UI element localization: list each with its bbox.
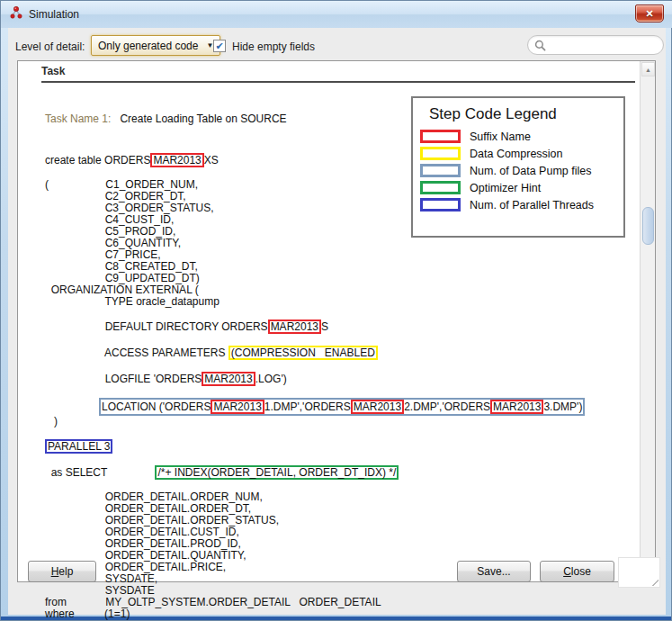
scrollbar-thumb[interactable] (642, 207, 654, 245)
code-line: LOGFILE 'ORDERSMAR2013.LOG') (45, 372, 585, 386)
code-line (45, 454, 585, 465)
search-box[interactable] (527, 35, 664, 55)
scroll-up-button[interactable]: ▲ (641, 62, 655, 76)
legend-item-label: Optimizer Hint (470, 182, 541, 194)
save-button[interactable]: Save... (457, 561, 531, 582)
yellow-swatch (420, 147, 461, 160)
hide-empty-fields-checkbox[interactable]: ✔ (213, 40, 226, 52)
legend-item-label: Num. of Parallel Threads (470, 199, 594, 212)
task-name-value: Create Loading Table on SOURCE (120, 112, 286, 125)
green-swatch (420, 181, 461, 194)
code-line (45, 428, 585, 439)
dropdown-selected-value: Only generated code (98, 40, 198, 52)
legend-item: Data Compression (420, 147, 616, 160)
steel-swatch (420, 164, 461, 177)
green-highlight-box: /*+ INDEX(ORDER_DETAIL, ORDER_DT_IDX) */ (155, 465, 399, 480)
app-icon (9, 5, 23, 23)
code-line: ) (45, 416, 585, 428)
code-line (45, 360, 585, 372)
legend-item-label: Data Compression (470, 148, 563, 160)
red-highlight-box: MAR2013 (351, 400, 404, 414)
search-input[interactable] (551, 39, 657, 51)
legend-item: Suffix Name (420, 130, 616, 143)
legend-item: Num. of Data Pump files (420, 164, 616, 177)
code-line: ACCESS PARAMETERS (COMPRESSION ENABLED (45, 346, 585, 360)
task-panel: Task Task Name 1: Create Loading Table o… (17, 60, 656, 582)
help-button[interactable]: Help (28, 561, 96, 582)
red-highlight-box: MAR2013 (150, 153, 203, 167)
code-line (45, 386, 585, 398)
level-of-detail-dropdown[interactable]: Only generated code ▼ (91, 35, 220, 56)
title-bar[interactable]: Simulation (1, 1, 672, 28)
red-swatch (420, 130, 461, 143)
task-section-header: Task (41, 65, 635, 83)
legend-rows: Suffix NameData CompressionNum. of Data … (420, 130, 616, 212)
code-line (45, 334, 585, 346)
red-highlight-box: MAR2013 (268, 320, 321, 334)
code-line: as SELECT /*+ INDEX(ORDER_DETAIL, ORDER_… (45, 465, 585, 480)
simulation-dialog: Simulation ✕ Level of detail: Only gener… (0, 0, 672, 621)
vertical-scrollbar[interactable]: ▲ ▼ (640, 61, 655, 581)
legend-item-label: Suffix Name (470, 130, 531, 143)
task-name-label: Task Name 1: (45, 112, 111, 125)
code-line: DEFAULT DIRECTORY ORDERSMAR2013S (45, 320, 585, 334)
legend-title: Step Code Legend (429, 105, 616, 123)
checkmark-icon: ✔ (215, 40, 223, 52)
blue-swatch (420, 198, 461, 212)
resize-grip[interactable] (648, 575, 659, 586)
triangle-up-icon: ▲ (645, 67, 651, 73)
legend-item: Num. of Parallel Threads (420, 198, 616, 212)
hide-empty-fields-label: Hide empty fields (232, 40, 315, 53)
yellow-highlight-box: (COMPRESSION ENABLED (228, 346, 378, 360)
legend-item-label: Num. of Data Pump files (470, 165, 591, 177)
close-window-button[interactable]: ✕ (635, 4, 664, 22)
code-line: PARALLEL 3 (45, 439, 585, 454)
level-of-detail-label: Level of detail: (15, 40, 85, 53)
legend-item: Optimizer Hint (420, 181, 616, 194)
search-icon (534, 40, 546, 51)
code-line: LOCATION ('ORDERSMAR20131.DMP','ORDERSMA… (45, 398, 585, 416)
close-button[interactable]: Close (540, 561, 614, 582)
step-code-legend: Step Code Legend Suffix NameData Compres… (411, 96, 625, 238)
close-icon: ✕ (645, 8, 653, 20)
red-highlight-box: MAR2013 (202, 372, 255, 386)
red-highlight-box: MAR2013 (211, 400, 264, 414)
code-line (45, 308, 585, 320)
blue-highlight-box: PARALLEL 3 (45, 439, 112, 454)
steel-highlight-box: LOCATION ('ORDERSMAR20131.DMP','ORDERSMA… (99, 398, 585, 416)
window-title: Simulation (29, 8, 79, 21)
red-highlight-box: MAR2013 (490, 400, 543, 414)
code-line: TYPE oracle_datapump (45, 296, 585, 308)
resize-corner (618, 557, 660, 588)
